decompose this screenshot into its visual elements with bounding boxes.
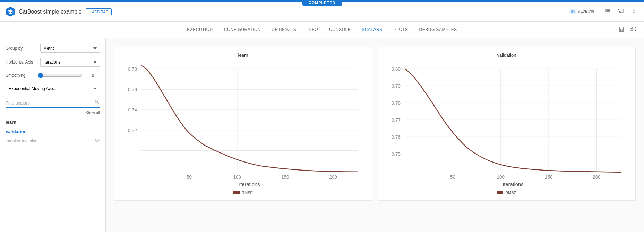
id-label-badge: ID [569, 9, 576, 14]
smoothing-value-input[interactable] [86, 72, 100, 79]
validation-chart-title: validation [384, 52, 630, 58]
svg-text:200: 200 [593, 174, 600, 180]
header-right: ID d42fd28f.... [569, 6, 638, 17]
horizontal-axis-row: Horizontal Axis Iterations Time Epoch [6, 58, 100, 67]
validation-legend-color [497, 191, 503, 194]
id-value: d42fd28f.... [578, 9, 599, 14]
learn-chart-legend: RMSE [120, 191, 366, 195]
svg-text:0.78: 0.78 [392, 100, 401, 106]
svg-text:0.78: 0.78 [128, 66, 137, 72]
monitor-machine-label: :monitor:machine [6, 139, 37, 143]
validation-chart-container: validation 0.80 [378, 47, 636, 201]
list-view-button[interactable] [603, 6, 612, 17]
validation-legend-label: RMSE [505, 191, 516, 195]
svg-text:0.77: 0.77 [392, 117, 401, 123]
view-icons [617, 24, 638, 35]
more-menu-button[interactable] [629, 6, 638, 17]
monitor-machine-row: :monitor:machine [6, 136, 100, 146]
svg-text:Iterations: Iterations [239, 182, 260, 187]
tab-artifacts[interactable]: ARTIFACTS [266, 22, 302, 38]
eye-slash-icon[interactable] [94, 138, 100, 144]
horizontal-axis-label: Horizontal Axis [6, 60, 40, 65]
learn-chart-svg: 0.78 0.76 0.74 0.72 50 100 150 200 Itera… [120, 60, 366, 188]
split-view-button[interactable] [616, 6, 625, 17]
search-icon[interactable] [94, 99, 100, 106]
scalar-group-learn[interactable]: learn [6, 117, 100, 127]
svg-text:0.76: 0.76 [392, 134, 401, 140]
svg-text:0.80: 0.80 [392, 66, 401, 72]
id-badge: ID d42fd28f.... [569, 9, 599, 14]
learn-legend-color [233, 191, 240, 194]
scalar-group-validation[interactable]: validation [6, 127, 100, 136]
show-all-link[interactable]: Show all [6, 110, 100, 115]
svg-text:0.79: 0.79 [392, 83, 401, 89]
svg-text:Iterations: Iterations [503, 182, 523, 187]
svg-text:150: 150 [281, 174, 289, 180]
svg-text:0.74: 0.74 [128, 107, 137, 113]
tab-plots[interactable]: PLOTS [388, 22, 414, 38]
learn-legend-label: RMSE [242, 191, 253, 195]
completed-badge: COMPLETED [302, 0, 342, 6]
tab-info[interactable]: INFO [302, 22, 324, 38]
smoothing-row: Smoothing [6, 72, 100, 79]
smooth-type-select[interactable]: Exponential Moving Ave... No Smoothing [6, 84, 100, 93]
svg-text:200: 200 [329, 174, 337, 180]
svg-text:150: 150 [545, 174, 552, 180]
app-title: CatBoost simple example [19, 9, 81, 15]
smoothing-label: Smoothing [6, 73, 34, 78]
find-scalars-input[interactable] [6, 100, 94, 106]
tab-configuration[interactable]: CONFIGURATION [218, 22, 266, 38]
fullscreen-button[interactable] [629, 24, 638, 35]
group-by-select[interactable]: Metric Tag None [40, 44, 100, 53]
svg-text:0.72: 0.72 [128, 128, 137, 133]
add-tag-label: + ADD TAG [89, 10, 109, 14]
learn-chart-title: learn [120, 52, 366, 58]
validation-chart-legend: RMSE [384, 191, 630, 195]
main-layout: Group by Metric Tag None Horizontal Axis… [0, 38, 644, 232]
charts-area: learn 0.78 0.76 0 [106, 38, 644, 232]
group-by-label: Group by [6, 46, 40, 51]
learn-chart-container: learn 0.78 0.76 0 [114, 47, 372, 201]
tab-debug-samples[interactable]: DEBUG SAMPLES [414, 22, 463, 38]
svg-text:50: 50 [187, 174, 192, 180]
find-scalars-row [6, 99, 100, 108]
svg-text:100: 100 [233, 174, 241, 180]
svg-text:100: 100 [497, 174, 505, 180]
add-tag-button[interactable]: + ADD TAG [86, 8, 112, 15]
validation-chart-svg: 0.80 0.79 0.78 0.77 0.76 0.75 50 100 150… [384, 60, 630, 188]
app-logo-icon [6, 7, 15, 17]
smoothing-slider[interactable] [38, 73, 83, 78]
group-by-row: Group by Metric Tag None [6, 44, 100, 53]
sidebar: Group by Metric Tag None Horizontal Axis… [0, 38, 106, 232]
svg-text:0.75: 0.75 [392, 151, 401, 157]
charts-row: learn 0.78 0.76 0 [106, 38, 644, 209]
table-view-button[interactable] [617, 25, 626, 35]
tab-console[interactable]: CONSOLE [324, 22, 356, 38]
nav-tabs: EXECUTION CONFIGURATION ARTIFACTS INFO C… [0, 22, 644, 38]
horizontal-axis-select[interactable]: Iterations Time Epoch [40, 58, 100, 67]
tab-scalars[interactable]: SCALARS [356, 22, 388, 38]
svg-text:50: 50 [450, 174, 455, 180]
tab-execution[interactable]: EXECUTION [181, 22, 218, 38]
svg-text:0.76: 0.76 [128, 87, 137, 92]
